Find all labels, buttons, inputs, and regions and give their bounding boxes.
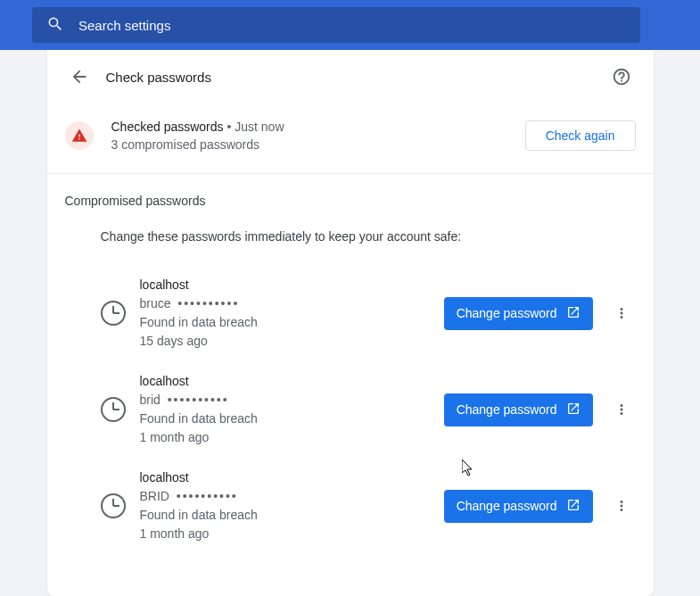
card-header: Check passwords <box>47 50 654 120</box>
password-row: localhostBRID ••••••••••Found in data br… <box>65 458 636 554</box>
status-time: Just now <box>235 120 284 134</box>
change-password-label: Change password <box>457 402 557 417</box>
password-breach: Found in data breach <box>140 506 430 525</box>
search-input[interactable] <box>78 18 626 33</box>
clock-icon <box>101 397 126 422</box>
change-password-label: Change password <box>457 306 557 320</box>
settings-card: Check passwords Checked passwords • Just… <box>47 50 654 596</box>
more-options-button[interactable] <box>607 395 636 424</box>
password-username: BRID •••••••••• <box>140 487 430 506</box>
open-external-icon <box>566 498 581 515</box>
status-row: Checked passwords • Just now 3 compromis… <box>47 120 654 173</box>
section-subtitle: Change these passwords immediately to ke… <box>101 229 636 244</box>
back-button[interactable] <box>65 62 94 91</box>
more-options-button[interactable] <box>607 299 636 327</box>
password-row: localhostbrid ••••••••••Found in data br… <box>65 361 636 458</box>
page-title: Check passwords <box>106 70 607 85</box>
status-text: Checked passwords • Just now 3 compromis… <box>111 120 507 152</box>
status-summary: 3 compromised passwords <box>111 137 507 152</box>
password-info: localhostBRID ••••••••••Found in data br… <box>140 468 430 543</box>
search-box[interactable] <box>32 7 640 43</box>
warning-icon <box>65 121 94 150</box>
password-username: brid •••••••••• <box>140 391 430 410</box>
change-password-label: Change password <box>457 499 557 513</box>
more-options-button[interactable] <box>607 492 636 520</box>
clock-icon <box>101 493 126 518</box>
help-button[interactable] <box>607 62 636 91</box>
section-title: Compromised passwords <box>65 194 636 208</box>
password-breach: Found in data breach <box>140 410 430 428</box>
password-age: 1 month ago <box>140 525 430 543</box>
check-again-button[interactable]: Check again <box>525 120 636 151</box>
status-separator: • <box>226 120 231 134</box>
search-icon <box>46 15 64 36</box>
password-site: localhost <box>140 276 430 294</box>
password-site: localhost <box>140 372 430 391</box>
password-row: localhostbruce ••••••••••Found in data b… <box>65 265 636 361</box>
change-password-button[interactable]: Change password <box>444 297 593 330</box>
status-heading: Checked passwords <box>111 120 224 134</box>
change-password-button[interactable]: Change password <box>444 393 593 426</box>
password-breach: Found in data breach <box>140 313 430 332</box>
change-password-button[interactable]: Change password <box>444 490 593 523</box>
password-site: localhost <box>140 468 430 487</box>
compromised-section: Compromised passwords Change these passw… <box>47 174 654 554</box>
open-external-icon <box>566 305 581 322</box>
password-age: 1 month ago <box>140 428 430 447</box>
top-bar <box>0 0 700 50</box>
password-age: 15 days ago <box>140 332 430 351</box>
open-external-icon <box>566 401 581 418</box>
clock-icon <box>101 301 126 326</box>
password-info: localhostbruce ••••••••••Found in data b… <box>140 276 430 351</box>
password-username: bruce •••••••••• <box>140 294 430 313</box>
password-info: localhostbrid ••••••••••Found in data br… <box>140 372 430 447</box>
